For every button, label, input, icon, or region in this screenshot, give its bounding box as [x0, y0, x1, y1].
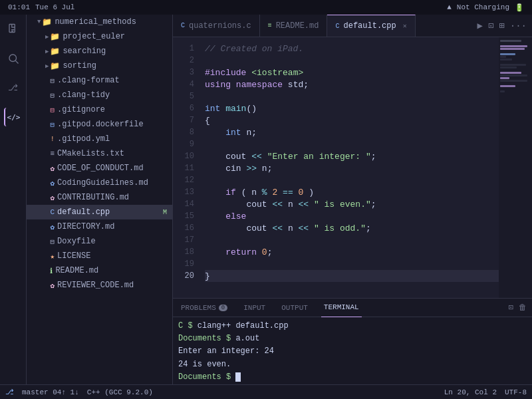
run-button[interactable]: ▶: [477, 20, 482, 31]
sidebar-item-label: default.cpp: [57, 207, 110, 217]
code-line-6: int main(): [205, 102, 499, 114]
activity-files-icon[interactable]: [4, 20, 23, 39]
tab-output[interactable]: OUTPUT: [279, 299, 311, 317]
close-tab-icon[interactable]: ✕: [403, 22, 407, 30]
sidebar-item-contributing[interactable]: ▶ ✿ CONTRIBUTING.md: [27, 190, 172, 205]
sidebar-item-sorting[interactable]: ▶ 📁 sorting: [27, 59, 172, 73]
chevron-right-icon: ▶: [45, 48, 49, 55]
sidebar-item-label: CODE_OF_CONDUCT.md: [57, 164, 144, 173]
terminal-cursor: [235, 372, 241, 382]
tab-label: quaternions.c: [189, 21, 251, 31]
sidebar-item-gitignore[interactable]: ▶ ⊟ .gitignore: [27, 102, 172, 117]
sidebar-item-reviewer-code[interactable]: ▶ ✿ REVIEWER_CODE.md: [27, 278, 172, 293]
terminal-line-4: 24 is even.: [178, 358, 527, 371]
close-panel-icon[interactable]: 🗑: [519, 303, 527, 313]
file-icon: ✿: [50, 179, 55, 188]
sidebar-item-clang-format[interactable]: ▶ ⊟ .clang-format: [27, 73, 172, 88]
tab-terminal[interactable]: TERMINAL: [321, 299, 362, 317]
sidebar-item-label: .gitignore: [57, 105, 105, 114]
terminal-content[interactable]: C $ clang++ default.cpp Documents $ a.ou…: [173, 317, 532, 386]
file-icon: ✿: [50, 194, 55, 202]
code-line-11: cin >> n;: [205, 162, 499, 174]
tab-input[interactable]: INPUT: [241, 299, 268, 317]
code-content[interactable]: // Created on iPad. #include <iostream> …: [200, 37, 499, 298]
sidebar-item-doxyfile[interactable]: ▶ ⊟ Doxyfile: [27, 234, 172, 249]
panel-tabs: PROBLEMS 0 INPUT OUTPUT TERMINAL ⊡ 🗑: [173, 299, 532, 317]
file-icon: ≡: [50, 150, 55, 158]
code-line-8: int n;: [205, 126, 499, 138]
modified-badge: M: [163, 209, 167, 216]
file-c-icon: C: [181, 22, 185, 29]
sidebar-item-label: CONTRIBUTING.md: [57, 193, 129, 202]
code-line-18: return 0;: [205, 246, 499, 258]
activity-extensions-icon[interactable]: </>: [4, 108, 23, 126]
sidebar-item-project_euler[interactable]: ▶ 📁 project_euler: [27, 29, 172, 44]
tab-bar: C quaternions.c ≡ README.md C default.cp…: [173, 15, 532, 37]
language-label[interactable]: C++ (GCC 9.2.0): [87, 388, 153, 396]
sidebar-item-cmakelists[interactable]: ▶ ≡ CMakeLists.txt: [27, 146, 172, 161]
activity-search-icon[interactable]: [4, 49, 23, 68]
tab-quaternions[interactable]: C quaternions.c: [173, 15, 260, 37]
code-line-1: // Created on iPad.: [205, 43, 499, 55]
code-line-9: [205, 138, 499, 150]
sidebar-item-searching[interactable]: ▶ 📁 searching: [27, 44, 172, 59]
sidebar-item-label: project_euler: [63, 32, 125, 41]
terminal-line-2: Documents $ a.out: [178, 332, 527, 345]
tab-readme[interactable]: ≡ README.md: [260, 15, 328, 37]
tab-default-cpp[interactable]: C default.cpp ✕: [327, 15, 415, 37]
sidebar-item-directory[interactable]: ▶ ✿ DIRECTORY.md: [27, 219, 172, 234]
tab-actions: ▶ ⊡ ⊞ ···: [471, 15, 532, 37]
sidebar-item-gitpod-dockerfile[interactable]: ▶ ⊟ .gitpod.dockerfile: [27, 117, 172, 132]
sidebar-item-label: CMakeLists.txt: [57, 149, 124, 158]
code-editor[interactable]: 1 2 3 4 5 6 7 8 9 10 11 12 13 14 15 16 1…: [173, 37, 532, 298]
status-right: Ln 20, Col 2 UTF-8: [444, 388, 527, 396]
sidebar-item-license[interactable]: ▶ ★ LICENSE: [27, 249, 172, 263]
more-button[interactable]: ···: [510, 21, 527, 31]
sidebar-item-label: searching: [63, 47, 106, 56]
sidebar-item-label: sorting: [63, 61, 96, 70]
branch-name[interactable]: master 04↑ 1↓: [22, 388, 79, 396]
sidebar-item-code-of-conduct[interactable]: ▶ ✿ CODE_OF_CONDUCT.md: [27, 161, 172, 176]
terminal-label: TERMINAL: [324, 303, 359, 311]
sidebar-item-coding-guidelines[interactable]: ▶ ✿ CodingGuidelines.md: [27, 176, 172, 190]
chevron-right-icon: ▶: [45, 63, 49, 70]
file-icon: !: [50, 135, 55, 143]
status-bar: ⎇ master 04↑ 1↓ C++ (GCC 9.2.0) Ln 20, C…: [0, 384, 532, 399]
code-line-3: #include <iostream>: [205, 66, 499, 78]
sidebar-item-label: CodingGuidelines.md: [57, 178, 148, 188]
bottom-panel: PROBLEMS 0 INPUT OUTPUT TERMINAL ⊡ 🗑: [173, 298, 532, 384]
file-icon: ⊟: [50, 120, 55, 129]
file-icon: ✿: [50, 281, 55, 290]
code-line-4: using namespace std;: [205, 78, 499, 90]
file-icon: ⊟: [50, 91, 55, 100]
sidebar-item-clang-tidy[interactable]: ▶ ⊟ .clang-tidy: [27, 88, 172, 102]
folder-icon: 📁: [50, 61, 60, 71]
split-button[interactable]: ⊡: [488, 20, 493, 31]
file-icon: ✿: [50, 164, 55, 173]
tab-problems[interactable]: PROBLEMS 0: [178, 299, 230, 317]
sidebar-item-numerical_methods[interactable]: ▼ 📁 numerical_methods: [27, 15, 172, 29]
code-line-13: if ( n % 2 == 0 ): [205, 186, 499, 198]
problems-label: PROBLEMS: [181, 304, 216, 312]
wifi-icon: ▲: [447, 3, 452, 11]
cursor-position[interactable]: Ln 20, Col 2: [444, 388, 497, 396]
sidebar-item-label: DIRECTORY.md: [57, 222, 114, 231]
sidebar-item-label: README.md: [55, 266, 98, 275]
pin-button[interactable]: ⊞: [499, 20, 504, 31]
activity-source-control-icon[interactable]: ⎇: [4, 78, 23, 97]
sidebar-item-readme[interactable]: ▶ ℹ README.md: [27, 263, 172, 278]
sidebar-item-default-cpp[interactable]: ▶ C default.cpp M: [27, 205, 172, 219]
code-line-19: [205, 258, 499, 270]
encoding-label[interactable]: UTF-8: [505, 388, 527, 396]
file-md-icon: ≡: [268, 22, 272, 29]
code-line-5: [205, 90, 499, 102]
maximize-panel-icon[interactable]: ⊡: [509, 303, 513, 313]
code-line-16: cout << n << " is odd.";: [205, 222, 499, 234]
code-line-10: cout << "Enter an integer: ";: [205, 150, 499, 162]
status-left: ⎇ master 04↑ 1↓ C++ (GCC 9.2.0): [5, 388, 153, 396]
sidebar-item-gitpod-yml[interactable]: ▶ ! .gitpod.yml: [27, 132, 172, 146]
battery-icon: 🔋: [515, 3, 524, 12]
file-icon: ★: [50, 252, 55, 261]
line-numbers: 1 2 3 4 5 6 7 8 9 10 11 12 13 14 15 16 1…: [173, 37, 200, 298]
date: Tue 6 Jul: [35, 3, 74, 11]
